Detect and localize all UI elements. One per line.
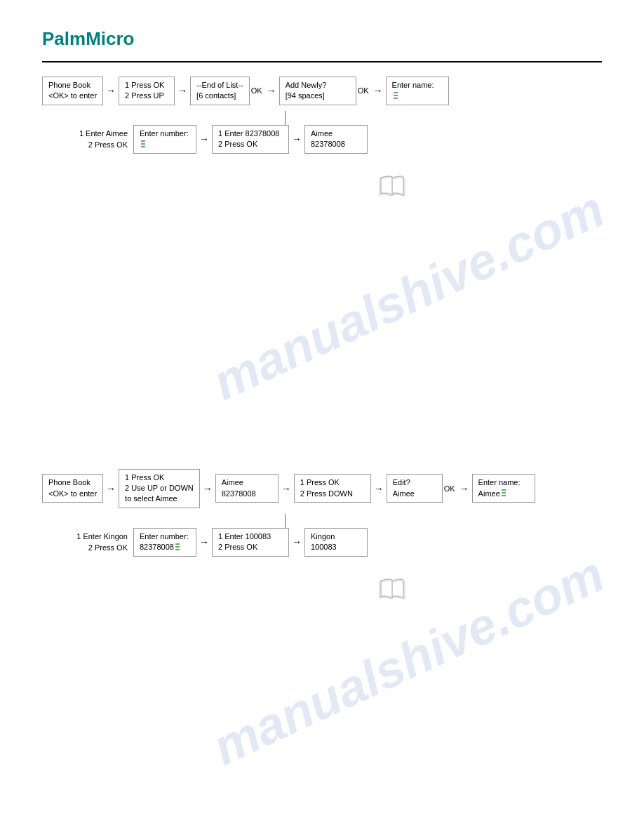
d2-row2-label-line2: 2 Press OK xyxy=(42,542,128,554)
enter-name-line1: Enter name: xyxy=(392,80,443,91)
diagram1-row2-wrapper: 1 Enter Aimee 2 Press OK Enter number: →… xyxy=(42,125,602,154)
d2-pressok2-box: 1 Press OK 2 Press DOWN xyxy=(294,474,371,503)
brand-title: PalmMicro xyxy=(42,28,602,50)
enter-number-box-1: Enter number: xyxy=(133,125,196,154)
d2-pressok-line3: to select Aimee xyxy=(125,494,194,504)
d2-row2-label-line1: 1 Enter Kingon xyxy=(42,531,128,543)
book-svg-1 xyxy=(378,175,406,197)
d2-aimee-box: Aimee 82378008 xyxy=(215,474,279,503)
d2-pressok2-line2: 2 Press DOWN xyxy=(300,489,365,499)
d2-edit-line1: Edit? xyxy=(393,477,436,488)
d2-arrow-1: → xyxy=(103,483,119,494)
press-ok-line2: 2 Press UP xyxy=(125,91,168,101)
press-ok-box: 1 Press OK 2 Press UP xyxy=(119,77,175,105)
d2-arrow-2: → xyxy=(200,483,215,494)
d2-arrow-2b: → xyxy=(279,483,294,494)
d2-edit-box: Edit? Aimee xyxy=(387,474,443,503)
cursor-3 xyxy=(502,489,506,498)
d2-pressok-line2: 2 Use UP or DOWN xyxy=(125,483,194,494)
d2-phonebook-box: Phone Book <OK> to enter xyxy=(42,474,103,503)
d2-phonebook-line1: Phone Book xyxy=(48,477,97,488)
d2-arrow-6: → xyxy=(289,536,304,548)
d2-kingon-number: 100083 xyxy=(311,542,361,552)
d2-arrow-4: → xyxy=(457,483,472,494)
d2-enternumber-value: 82378008 xyxy=(140,542,174,552)
arrow-5: → xyxy=(196,133,212,145)
phonebook-line1: Phone Book xyxy=(48,80,97,91)
d2-ok-label: OK xyxy=(443,484,457,493)
d2-pressok-line1: 1 Press OK xyxy=(125,472,194,483)
aimee-number: 82378008 xyxy=(311,139,361,150)
d2-arrow-3: → xyxy=(371,483,387,494)
diagram2-row1: Phone Book <OK> to enter → 1 Press OK 2 … xyxy=(42,469,602,508)
arrow-3: → xyxy=(264,85,279,96)
phonebook-line2: <OK> to enter xyxy=(48,91,97,101)
enter-82378008-line2: 2 Press OK xyxy=(218,139,283,150)
end-of-list-line2: [6 contacts] xyxy=(196,91,243,101)
d2-entername-box: Enter name: Aimee xyxy=(472,474,535,503)
aimee-result-box: Aimee 82378008 xyxy=(304,125,368,154)
d2-aimee-line2: 82378008 xyxy=(222,489,272,499)
diagram2-row2-wrapper: 1 Enter Kingon 2 Press OK Enter number: … xyxy=(42,528,602,557)
add-newly-box: Add Newly? [94 spaces] xyxy=(279,77,356,105)
diagram-1: Phone Book <OK> to enter → 1 Press OK 2 … xyxy=(42,77,602,154)
enter-82378008-line1: 1 Enter 82378008 xyxy=(218,128,283,139)
book-svg-2 xyxy=(378,578,406,600)
d2-kingon-name: Kingon xyxy=(311,531,361,542)
d2-row2-label: 1 Enter Kingon 2 Press OK xyxy=(42,531,133,554)
diagram1-row1: Phone Book <OK> to enter → 1 Press OK 2 … xyxy=(42,77,602,105)
d2-enter100083-box: 1 Enter 100083 2 Press OK xyxy=(212,528,289,557)
diagram-2: Phone Book <OK> to enter → 1 Press OK 2 … xyxy=(42,469,602,557)
ok-label-1: OK xyxy=(250,86,264,95)
d2-entername-line1: Enter name: xyxy=(478,477,529,488)
arrow-1: → xyxy=(103,85,119,96)
book-icon-1 xyxy=(42,175,602,202)
cursor-4 xyxy=(175,543,180,552)
d2-enternumber-box: Enter number: 82378008 xyxy=(133,528,196,557)
phonebook-box: Phone Book <OK> to enter xyxy=(42,77,103,105)
d2-entername-aimee: Aimee xyxy=(478,489,500,499)
arrow-2: → xyxy=(175,85,190,96)
d2-edit-line2: Aimee xyxy=(393,489,436,499)
end-of-list-box: --End of List-- [6 contacts] xyxy=(190,77,250,105)
d2-pressok2-line1: 1 Press OK xyxy=(300,477,365,488)
d2-arrow-5: → xyxy=(196,536,212,548)
row2-label-line1: 1 Enter Aimee xyxy=(42,128,128,140)
end-of-list-line1: --End of List-- xyxy=(196,80,243,91)
aimee-name: Aimee xyxy=(311,128,361,139)
cursor-1 xyxy=(394,92,398,100)
arrow-4: → xyxy=(370,85,386,96)
arrow-6: → xyxy=(289,133,304,145)
enter-number-line1: Enter number: xyxy=(140,128,190,139)
enter-82378008-box: 1 Enter 82378008 2 Press OK xyxy=(212,125,289,154)
d2-pressok-box: 1 Press OK 2 Use UP or DOWN to select Ai… xyxy=(119,469,200,508)
d2-aimee-line1: Aimee xyxy=(222,477,272,488)
d2-enter100083-line2: 2 Press OK xyxy=(218,542,283,552)
d2-enternumber-line1: Enter number: xyxy=(140,531,190,542)
book-icon-2 xyxy=(42,578,602,605)
d2-enter100083-line1: 1 Enter 100083 xyxy=(218,531,283,542)
cursor-2 xyxy=(141,140,145,149)
row2-label: 1 Enter Aimee 2 Press OK xyxy=(42,128,133,151)
add-newly-line2: [94 spaces] xyxy=(286,91,350,101)
title-divider xyxy=(42,61,602,62)
row2-label-line2: 2 Press OK xyxy=(42,139,128,151)
d2-kingon-result-box: Kingon 100083 xyxy=(304,528,368,557)
add-newly-line1: Add Newly? xyxy=(286,80,350,91)
ok-label-2: OK xyxy=(356,86,370,95)
enter-name-box: Enter name: xyxy=(386,77,449,105)
press-ok-line1: 1 Press OK xyxy=(125,80,168,91)
middle-spacer xyxy=(42,216,602,469)
d2-phonebook-line2: <OK> to enter xyxy=(48,489,97,499)
